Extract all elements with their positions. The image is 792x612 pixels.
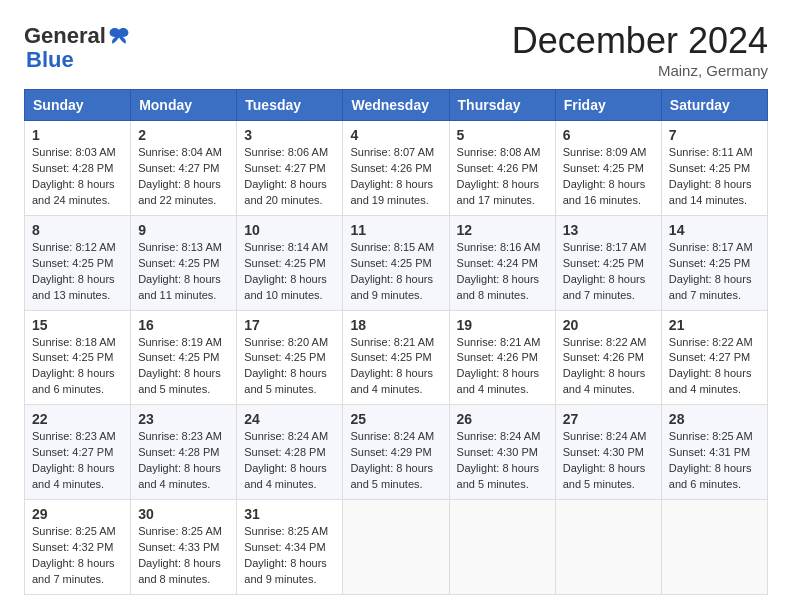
day-number: 28: [669, 411, 760, 427]
calendar-week-row: 29 Sunrise: 8:25 AMSunset: 4:32 PMDaylig…: [25, 500, 768, 595]
day-info: Sunrise: 8:04 AMSunset: 4:27 PMDaylight:…: [138, 146, 222, 206]
day-number: 18: [350, 317, 441, 333]
day-info: Sunrise: 8:07 AMSunset: 4:26 PMDaylight:…: [350, 146, 434, 206]
calendar-cell: 16 Sunrise: 8:19 AMSunset: 4:25 PMDaylig…: [131, 310, 237, 405]
calendar-cell: 7 Sunrise: 8:11 AMSunset: 4:25 PMDayligh…: [661, 121, 767, 216]
day-number: 13: [563, 222, 654, 238]
day-info: Sunrise: 8:24 AMSunset: 4:28 PMDaylight:…: [244, 430, 328, 490]
day-number: 25: [350, 411, 441, 427]
day-info: Sunrise: 8:21 AMSunset: 4:26 PMDaylight:…: [457, 336, 541, 396]
day-number: 23: [138, 411, 229, 427]
day-number: 1: [32, 127, 123, 143]
calendar-cell: 31 Sunrise: 8:25 AMSunset: 4:34 PMDaylig…: [237, 500, 343, 595]
calendar: SundayMondayTuesdayWednesdayThursdayFrid…: [24, 89, 768, 595]
day-info: Sunrise: 8:12 AMSunset: 4:25 PMDaylight:…: [32, 241, 116, 301]
calendar-cell: 30 Sunrise: 8:25 AMSunset: 4:33 PMDaylig…: [131, 500, 237, 595]
day-info: Sunrise: 8:25 AMSunset: 4:34 PMDaylight:…: [244, 525, 328, 585]
calendar-cell: 17 Sunrise: 8:20 AMSunset: 4:25 PMDaylig…: [237, 310, 343, 405]
logo-bird-icon: [108, 25, 130, 47]
day-info: Sunrise: 8:03 AMSunset: 4:28 PMDaylight:…: [32, 146, 116, 206]
day-number: 15: [32, 317, 123, 333]
calendar-cell: 12 Sunrise: 8:16 AMSunset: 4:24 PMDaylig…: [449, 215, 555, 310]
calendar-header-sunday: Sunday: [25, 90, 131, 121]
day-number: 11: [350, 222, 441, 238]
calendar-cell: 25 Sunrise: 8:24 AMSunset: 4:29 PMDaylig…: [343, 405, 449, 500]
calendar-cell: [555, 500, 661, 595]
day-number: 19: [457, 317, 548, 333]
day-number: 24: [244, 411, 335, 427]
calendar-cell: 2 Sunrise: 8:04 AMSunset: 4:27 PMDayligh…: [131, 121, 237, 216]
calendar-cell: 26 Sunrise: 8:24 AMSunset: 4:30 PMDaylig…: [449, 405, 555, 500]
calendar-cell: 24 Sunrise: 8:24 AMSunset: 4:28 PMDaylig…: [237, 405, 343, 500]
calendar-cell: [449, 500, 555, 595]
calendar-cell: 9 Sunrise: 8:13 AMSunset: 4:25 PMDayligh…: [131, 215, 237, 310]
day-info: Sunrise: 8:08 AMSunset: 4:26 PMDaylight:…: [457, 146, 541, 206]
calendar-cell: 19 Sunrise: 8:21 AMSunset: 4:26 PMDaylig…: [449, 310, 555, 405]
calendar-header-thursday: Thursday: [449, 90, 555, 121]
day-number: 9: [138, 222, 229, 238]
day-info: Sunrise: 8:21 AMSunset: 4:25 PMDaylight:…: [350, 336, 434, 396]
calendar-cell: 23 Sunrise: 8:23 AMSunset: 4:28 PMDaylig…: [131, 405, 237, 500]
calendar-cell: 8 Sunrise: 8:12 AMSunset: 4:25 PMDayligh…: [25, 215, 131, 310]
calendar-cell: 11 Sunrise: 8:15 AMSunset: 4:25 PMDaylig…: [343, 215, 449, 310]
day-info: Sunrise: 8:25 AMSunset: 4:33 PMDaylight:…: [138, 525, 222, 585]
location: Mainz, Germany: [512, 62, 768, 79]
day-info: Sunrise: 8:24 AMSunset: 4:29 PMDaylight:…: [350, 430, 434, 490]
day-number: 2: [138, 127, 229, 143]
day-info: Sunrise: 8:18 AMSunset: 4:25 PMDaylight:…: [32, 336, 116, 396]
calendar-week-row: 22 Sunrise: 8:23 AMSunset: 4:27 PMDaylig…: [25, 405, 768, 500]
day-info: Sunrise: 8:25 AMSunset: 4:31 PMDaylight:…: [669, 430, 753, 490]
day-info: Sunrise: 8:22 AMSunset: 4:27 PMDaylight:…: [669, 336, 753, 396]
calendar-cell: 22 Sunrise: 8:23 AMSunset: 4:27 PMDaylig…: [25, 405, 131, 500]
day-info: Sunrise: 8:24 AMSunset: 4:30 PMDaylight:…: [563, 430, 647, 490]
day-number: 31: [244, 506, 335, 522]
day-number: 21: [669, 317, 760, 333]
day-info: Sunrise: 8:15 AMSunset: 4:25 PMDaylight:…: [350, 241, 434, 301]
header: General Blue December 2024 Mainz, German…: [24, 20, 768, 79]
calendar-cell: [343, 500, 449, 595]
logo: General Blue: [24, 20, 130, 72]
day-number: 26: [457, 411, 548, 427]
calendar-cell: 1 Sunrise: 8:03 AMSunset: 4:28 PMDayligh…: [25, 121, 131, 216]
day-info: Sunrise: 8:09 AMSunset: 4:25 PMDaylight:…: [563, 146, 647, 206]
day-number: 27: [563, 411, 654, 427]
day-info: Sunrise: 8:17 AMSunset: 4:25 PMDaylight:…: [669, 241, 753, 301]
calendar-header-monday: Monday: [131, 90, 237, 121]
calendar-cell: 21 Sunrise: 8:22 AMSunset: 4:27 PMDaylig…: [661, 310, 767, 405]
day-number: 29: [32, 506, 123, 522]
day-number: 17: [244, 317, 335, 333]
day-info: Sunrise: 8:22 AMSunset: 4:26 PMDaylight:…: [563, 336, 647, 396]
calendar-cell: 6 Sunrise: 8:09 AMSunset: 4:25 PMDayligh…: [555, 121, 661, 216]
calendar-cell: 10 Sunrise: 8:14 AMSunset: 4:25 PMDaylig…: [237, 215, 343, 310]
day-number: 12: [457, 222, 548, 238]
calendar-cell: 5 Sunrise: 8:08 AMSunset: 4:26 PMDayligh…: [449, 121, 555, 216]
calendar-cell: 15 Sunrise: 8:18 AMSunset: 4:25 PMDaylig…: [25, 310, 131, 405]
calendar-cell: 28 Sunrise: 8:25 AMSunset: 4:31 PMDaylig…: [661, 405, 767, 500]
logo-blue-text: Blue: [26, 48, 74, 72]
calendar-cell: 27 Sunrise: 8:24 AMSunset: 4:30 PMDaylig…: [555, 405, 661, 500]
day-number: 8: [32, 222, 123, 238]
calendar-cell: 18 Sunrise: 8:21 AMSunset: 4:25 PMDaylig…: [343, 310, 449, 405]
day-info: Sunrise: 8:25 AMSunset: 4:32 PMDaylight:…: [32, 525, 116, 585]
day-info: Sunrise: 8:11 AMSunset: 4:25 PMDaylight:…: [669, 146, 753, 206]
calendar-cell: 20 Sunrise: 8:22 AMSunset: 4:26 PMDaylig…: [555, 310, 661, 405]
day-info: Sunrise: 8:23 AMSunset: 4:27 PMDaylight:…: [32, 430, 116, 490]
calendar-week-row: 15 Sunrise: 8:18 AMSunset: 4:25 PMDaylig…: [25, 310, 768, 405]
day-number: 7: [669, 127, 760, 143]
day-number: 10: [244, 222, 335, 238]
day-info: Sunrise: 8:19 AMSunset: 4:25 PMDaylight:…: [138, 336, 222, 396]
day-number: 30: [138, 506, 229, 522]
calendar-header-row: SundayMondayTuesdayWednesdayThursdayFrid…: [25, 90, 768, 121]
day-info: Sunrise: 8:24 AMSunset: 4:30 PMDaylight:…: [457, 430, 541, 490]
calendar-cell: 13 Sunrise: 8:17 AMSunset: 4:25 PMDaylig…: [555, 215, 661, 310]
day-number: 14: [669, 222, 760, 238]
day-info: Sunrise: 8:06 AMSunset: 4:27 PMDaylight:…: [244, 146, 328, 206]
day-number: 20: [563, 317, 654, 333]
day-number: 22: [32, 411, 123, 427]
calendar-cell: 4 Sunrise: 8:07 AMSunset: 4:26 PMDayligh…: [343, 121, 449, 216]
day-number: 4: [350, 127, 441, 143]
logo-general-text: General: [24, 24, 106, 48]
day-info: Sunrise: 8:14 AMSunset: 4:25 PMDaylight:…: [244, 241, 328, 301]
month-title: December 2024: [512, 20, 768, 62]
calendar-header-tuesday: Tuesday: [237, 90, 343, 121]
